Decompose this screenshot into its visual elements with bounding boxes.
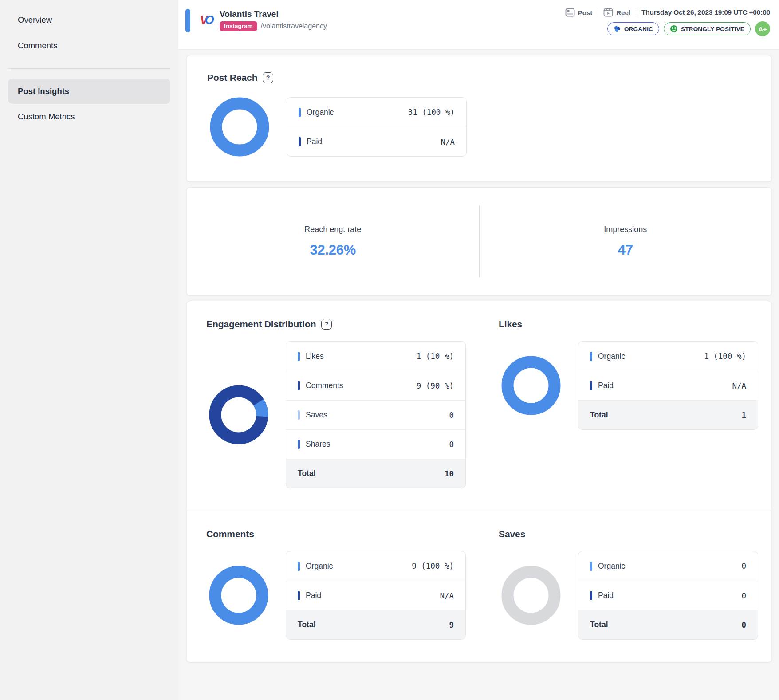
- legend-value: 9 (100 %): [412, 562, 454, 570]
- comments-legend: Organic 9 (100 %) Paid N/A Total 9: [286, 551, 466, 640]
- sidebar-divider: [8, 68, 170, 69]
- help-icon[interactable]: ?: [263, 72, 273, 83]
- legend-row: Shares 0: [286, 429, 465, 459]
- likes-title: Likes: [499, 319, 522, 330]
- legend-label: Total: [298, 469, 316, 478]
- help-icon[interactable]: ?: [321, 319, 332, 330]
- legend-marker: [590, 381, 592, 390]
- organic-badge: ORGANIC: [607, 22, 659, 35]
- reach-eng-rate-metric: Reach eng. rate 32.26%: [187, 188, 479, 295]
- account-avatar: VO: [194, 11, 217, 29]
- legend-label: Paid: [307, 137, 322, 146]
- sidebar: Overview Comments Post Insights Custom M…: [0, 0, 178, 700]
- charts-row-1: Engagement Distribution ? Likes 1: [187, 301, 771, 511]
- saves-title: Saves: [499, 529, 525, 539]
- legend-label: Shares: [306, 440, 330, 449]
- likes-donut-chart: [499, 353, 563, 418]
- post-reach-card: Post Reach ? Organic 31 (100 %) Paid: [186, 55, 772, 182]
- legend-value: 1 (100 %): [704, 352, 746, 361]
- saves-group: Saves Organic 0: [479, 529, 771, 640]
- legend-value: 9 (90 %): [417, 381, 454, 390]
- legend-marker: [298, 440, 300, 449]
- legend-marker: [590, 562, 592, 571]
- metrics-card: Reach eng. rate 32.26% Impressions 47: [186, 187, 772, 295]
- legend-label: Total: [590, 410, 608, 420]
- logo-letter-v: V: [200, 13, 205, 27]
- comments-group: Comments Organic 9 (100 %): [187, 529, 479, 640]
- content-type-reel[interactable]: Reel: [603, 8, 630, 17]
- legend-label: Organic: [306, 562, 333, 571]
- engagement-distribution-group: Engagement Distribution ? Likes 1: [187, 319, 479, 488]
- legend-label: Likes: [306, 352, 324, 361]
- legend-row: Organic 31 (100 %): [287, 98, 466, 127]
- legend-row: Saves 0: [286, 400, 465, 429]
- legend-marker: [298, 410, 300, 420]
- legend-value: N/A: [732, 381, 746, 390]
- legend-total-row: Total 10: [286, 459, 465, 488]
- organic-label: ORGANIC: [624, 26, 653, 32]
- legend-marker: [299, 137, 301, 146]
- logo-letter-o: O: [205, 13, 211, 27]
- legend-marker: [298, 591, 300, 600]
- legend-row: Comments 9 (90 %): [286, 371, 465, 400]
- reel-icon: [603, 8, 613, 17]
- sidebar-item-overview[interactable]: Overview: [0, 7, 178, 33]
- impressions-metric: Impressions 47: [480, 188, 772, 295]
- grade-badge: A+: [755, 21, 770, 36]
- saves-legend: Organic 0 Paid 0 Total 0: [578, 551, 758, 640]
- legend-row: Paid N/A: [578, 371, 758, 400]
- legend-value: 0: [449, 411, 454, 420]
- legend-marker: [298, 381, 300, 390]
- engagement-legend: Likes 1 (10 %) Comments 9 (90 %) Saves: [286, 341, 466, 488]
- charts-row-2: Comments Organic 9 (100 %): [187, 511, 771, 662]
- legend-label: Saves: [306, 410, 327, 420]
- legend-marker: [298, 562, 300, 571]
- post-reach-title: Post Reach: [207, 72, 257, 83]
- legend-row: Organic 9 (100 %): [286, 551, 465, 581]
- legend-marker: [590, 352, 592, 361]
- saves-donut-chart: [499, 563, 563, 628]
- sidebar-item-custom-metrics[interactable]: Custom Metrics: [0, 104, 178, 130]
- post-label: Post: [578, 9, 593, 16]
- post-reach-donut-chart: [207, 94, 272, 159]
- content-type-post[interactable]: Post: [565, 8, 593, 17]
- legend-marker: [299, 108, 301, 117]
- metric-label: Reach eng. rate: [304, 225, 361, 234]
- sentiment-badge: STRONGLY POSITIVE: [664, 22, 751, 35]
- instagram-badge: Instagram: [220, 21, 257, 31]
- sidebar-item-post-insights[interactable]: Post Insights: [8, 79, 170, 104]
- organic-icon: [614, 25, 621, 33]
- post-datetime: Thursday Oct 26, 2023 19:09 UTC +00:00: [641, 8, 770, 16]
- legend-label: Organic: [307, 108, 334, 117]
- engagement-title: Engagement Distribution: [206, 319, 316, 330]
- legend-value: 0: [741, 591, 746, 600]
- legend-total-row: Total 9: [286, 610, 465, 639]
- legend-label: Organic: [598, 352, 625, 361]
- legend-total-row: Total 0: [578, 610, 758, 639]
- legend-label: Total: [298, 620, 316, 629]
- legend-row: Organic 1 (100 %): [578, 342, 758, 371]
- legend-marker: [298, 352, 300, 361]
- likes-group: Likes Organic 1 (100 %): [479, 319, 771, 488]
- likes-legend: Organic 1 (100 %) Paid N/A Total 1: [578, 341, 758, 430]
- legend-value: 9: [449, 621, 454, 629]
- post-header: VO Volantis Travel Instagram /volantistr…: [178, 0, 779, 50]
- legend-row: Paid N/A: [287, 127, 466, 156]
- metric-value: 47: [618, 242, 633, 258]
- legend-value: N/A: [441, 138, 455, 146]
- account-name: Volantis Travel: [220, 9, 327, 19]
- legend-value: 0: [449, 440, 454, 449]
- legend-label: Paid: [306, 591, 321, 600]
- legend-row: Paid 0: [578, 581, 758, 610]
- legend-label: Organic: [598, 562, 625, 571]
- sidebar-item-comments[interactable]: Comments: [0, 33, 178, 59]
- separator: [598, 8, 598, 17]
- legend-label: Total: [590, 620, 608, 629]
- metric-label: Impressions: [604, 225, 647, 234]
- separator: [636, 8, 636, 17]
- legend-value: 1: [741, 411, 746, 420]
- main-area: VO Volantis Travel Instagram /volantistr…: [178, 0, 779, 700]
- account-handle: /volantistravelagency: [261, 22, 327, 30]
- legend-label: Paid: [598, 381, 614, 390]
- reel-label: Reel: [616, 9, 630, 16]
